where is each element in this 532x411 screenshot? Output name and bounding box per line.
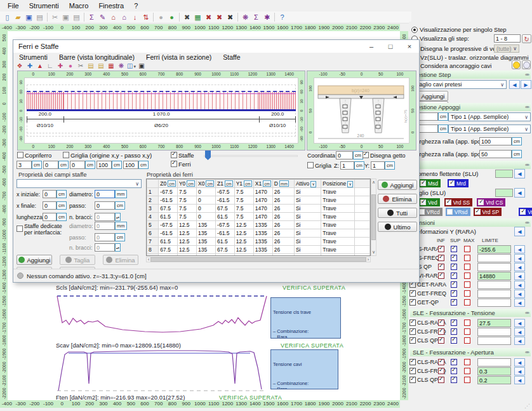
table-cell[interactable]: -61.5 — [216, 196, 235, 205]
table-row[interactable]: 5-67.512.5135-67.512.5133526SiTrave — [147, 221, 370, 229]
menu-strumenti[interactable]: Strumenti — [24, 1, 64, 10]
hourglass-icon[interactable]: Σ — [251, 12, 262, 22]
interfaccia-checkbox[interactable] — [17, 226, 23, 232]
table-cell[interactable]: 26 — [272, 229, 294, 238]
maximize-button[interactable]: □ — [381, 40, 400, 53]
table-cell[interactable]: 7 — [147, 238, 159, 246]
ralla3-input[interactable]: 100 — [479, 137, 512, 145]
menu-help[interactable]: ? — [129, 1, 143, 10]
section-properties-icon[interactable]: Σ — [86, 12, 97, 22]
tutti-button[interactable]: Tutti — [378, 208, 417, 218]
griglia-dy-input[interactable]: 100 — [123, 161, 138, 169]
chip-checkbox[interactable] — [520, 209, 526, 215]
staffe-field-select[interactable] — [17, 179, 142, 188]
pick-limit-button[interactable]: ◄ — [514, 337, 525, 345]
sup-checkbox[interactable] — [451, 320, 457, 326]
table-cell[interactable]: -64.5 — [159, 254, 178, 257]
table-cell[interactable]: 12.5 — [177, 229, 196, 238]
section-fessurazione-tensione[interactable]: SLE - Fessurazione - Tensione «» — [410, 309, 531, 317]
sup-checkbox[interactable] — [451, 264, 457, 270]
pick-limit-button[interactable]: ◄ — [514, 319, 525, 327]
dialog-menu-barre[interactable]: Barre (vista longitudinale) — [53, 53, 140, 62]
ralla4-input[interactable]: 50 — [479, 150, 512, 158]
coordinata-input[interactable]: 0 — [336, 151, 353, 159]
table-cell[interactable]: -61.5 — [159, 196, 178, 205]
column-header-attivo[interactable]: Attivo∨ — [294, 180, 321, 188]
table-cell[interactable]: 1335 — [253, 229, 272, 238]
table-row[interactable]: 6-61.512.5135-61.512.5133526SiTrave — [147, 229, 370, 238]
unit-chip[interactable]: cm — [187, 180, 195, 187]
aggiungi-button[interactable]: Aggiungi — [378, 180, 417, 190]
table-cell[interactable]: 26 — [272, 221, 294, 229]
pick-limit-button[interactable]: ◄ — [514, 290, 525, 298]
column-header-d[interactable]: Dmm — [272, 180, 294, 188]
taglio-value-box[interactable] — [495, 189, 513, 197]
column-header-z1[interactable]: Z1cm — [216, 180, 235, 188]
structure-red-icon[interactable]: ⌂ — [108, 12, 119, 22]
table-cell[interactable]: 135 — [197, 221, 216, 229]
table-row[interactable]: 761.512.513561.512.5133526SiTrave — [147, 238, 370, 246]
table-cell[interactable]: 1470 — [253, 205, 272, 213]
max-checkbox[interactable] — [464, 299, 470, 306]
zoom-slider-handle[interactable] — [205, 151, 211, 160]
table-cell[interactable]: 61.5 — [216, 213, 235, 221]
table-cell[interactable]: 1 — [147, 188, 159, 196]
step-next-button[interactable]: ► — [521, 80, 531, 89]
cut-path-icon[interactable]: ✂ — [76, 62, 86, 71]
table-cell[interactable]: -67.5 — [216, 188, 235, 196]
dialog-menu-staffe[interactable]: Staffe — [217, 53, 246, 62]
zoom-slider-track[interactable] — [204, 155, 298, 157]
table-cell[interactable]: 26 — [272, 213, 294, 221]
step-select[interactable]: Taglio cavi pretesi — [414, 80, 507, 89]
chip-checkbox[interactable] — [449, 180, 455, 186]
section-tensioni[interactable]: Tensioni «» — [410, 219, 531, 227]
table-cell[interactable]: Si — [294, 188, 321, 196]
steps-range-input[interactable]: 1 - 8 — [494, 34, 521, 43]
table-cell[interactable]: 7.5 — [177, 205, 196, 213]
light-on-button[interactable] — [512, 60, 521, 69]
unit-chip[interactable]: cm — [385, 161, 395, 170]
unit-chip[interactable]: cm — [138, 161, 149, 169]
series-chip-vrsd[interactable]: VRsd — [446, 208, 470, 216]
steps-apply-button[interactable]: ↻ — [522, 34, 531, 43]
unit-chip[interactable]: cm — [244, 180, 252, 187]
load-exchange-icon[interactable]: ⇅ — [140, 12, 151, 22]
table-cell[interactable]: 2 — [147, 196, 159, 205]
table-cell[interactable]: 9 — [147, 254, 159, 257]
appoggio-2-type-select[interactable]: Tipo 1 (App. Semplice) — [448, 125, 531, 133]
unit-chip[interactable]: cm — [353, 151, 363, 159]
sup-checkbox[interactable] — [451, 273, 457, 279]
add-point-icon[interactable]: ✚ — [55, 62, 65, 71]
max-checkbox[interactable] — [464, 368, 470, 374]
dialog-menu-strumenti[interactable]: Strumenti — [13, 53, 53, 62]
row-enable-checkbox[interactable] — [409, 299, 416, 306]
table-cell[interactable]: 4 — [147, 213, 159, 221]
table-vscrollbar[interactable]: ∧∨ — [371, 179, 376, 256]
new-document-icon[interactable]: ▯ — [2, 12, 13, 22]
snapshot-icon[interactable]: ▣ — [136, 62, 147, 71]
x-iniziale-input[interactable]: 0 — [43, 190, 57, 198]
copriferro-input[interactable]: 3 — [17, 161, 32, 169]
inf-checkbox[interactable] — [438, 368, 444, 374]
griglia-checkbox[interactable] — [63, 152, 69, 158]
chip-checkbox[interactable] — [478, 199, 484, 205]
collapse-icon[interactable]: «» — [525, 220, 528, 226]
save-icon[interactable]: ▣ — [23, 12, 34, 22]
passo2-input[interactable]: 0 — [95, 233, 115, 241]
user-icon[interactable]: ● — [166, 12, 177, 22]
pick-limit-button[interactable]: ◄ — [514, 272, 525, 280]
lunghezza-input[interactable]: 0 — [43, 213, 57, 221]
collapse-icon[interactable]: «» — [525, 162, 528, 168]
z-input[interactable]: 1 — [340, 161, 354, 170]
pick-limit-button[interactable]: ◄ — [514, 358, 525, 367]
table-cell[interactable]: 1335 — [253, 238, 272, 246]
unit-chip[interactable]: cm — [512, 137, 522, 145]
ferri-table[interactable]: Z0cmY0cmX0cmZ1cmY1cmX1cmDmmAttivo∨Posizi… — [146, 179, 371, 256]
table-cell[interactable]: 61.5 — [159, 238, 178, 246]
table-cell[interactable]: 7.5 — [234, 213, 253, 221]
unit-chip[interactable]: ∨ — [310, 181, 316, 187]
table-cell[interactable]: 67.5 — [216, 246, 235, 254]
table-cell[interactable]: Trave — [321, 246, 355, 254]
pick-limit-button[interactable]: ◄ — [514, 263, 525, 271]
table-cell[interactable]: Si — [294, 238, 321, 246]
